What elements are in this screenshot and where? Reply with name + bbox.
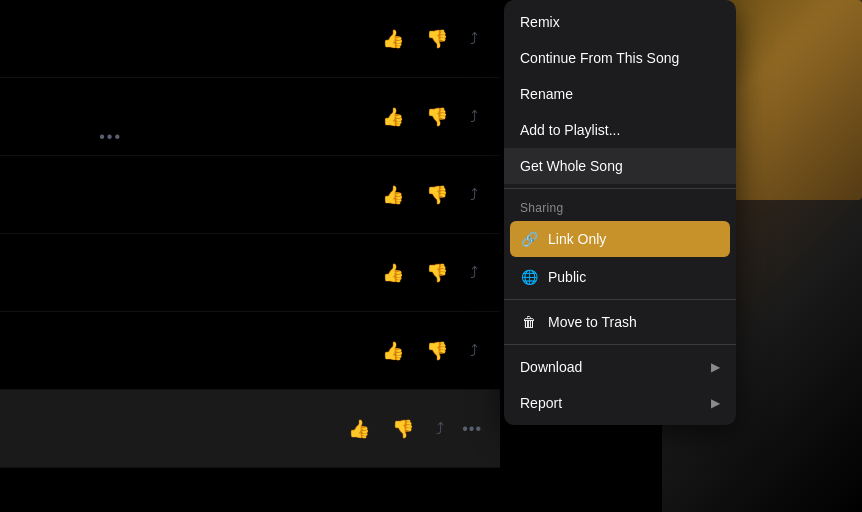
share-button[interactable]: ⤴ (432, 416, 448, 442)
menu-section-download-report: Download ▶ Report ▶ (504, 345, 736, 425)
like-button[interactable]: 👍 (344, 414, 374, 444)
action-row: 👍 👎 ⤴ (0, 156, 500, 234)
dislike-button[interactable]: 👎 (422, 336, 452, 366)
like-button[interactable]: 👍 (378, 336, 408, 366)
share-button[interactable]: ⤴ (466, 182, 482, 208)
menu-item-add-to-playlist[interactable]: Add to Playlist... (504, 112, 736, 148)
action-row: 👍 👎 ⤴ (0, 312, 500, 390)
menu-item-continue[interactable]: Continue From This Song (504, 40, 736, 76)
globe-icon: 🌐 (520, 269, 538, 285)
menu-item-get-whole-song[interactable]: Get Whole Song (504, 148, 736, 184)
public-label: Public (548, 269, 586, 285)
menu-item-link-only[interactable]: 🔗 Link Only (510, 221, 730, 257)
report-label: Report (520, 395, 562, 411)
dislike-button[interactable]: 👎 (422, 24, 452, 54)
report-arrow-icon: ▶ (711, 396, 720, 410)
trash-icon: 🗑 (520, 314, 538, 330)
link-only-label: Link Only (548, 231, 606, 247)
rename-label: Rename (520, 86, 573, 102)
sharing-label: Sharing (504, 193, 736, 219)
menu-item-public[interactable]: 🌐 Public (504, 259, 736, 295)
remix-label: Remix (520, 14, 560, 30)
menu-item-report[interactable]: Report ▶ (504, 385, 736, 421)
side-dots-indicator: ••• (99, 128, 122, 146)
like-button[interactable]: 👍 (378, 180, 408, 210)
share-button[interactable]: ⤴ (466, 260, 482, 286)
continue-label: Continue From This Song (520, 50, 679, 66)
menu-item-remix[interactable]: Remix (504, 4, 736, 40)
action-rows-container: 👍 👎 ⤴ 👍 👎 ⤴ 👍 👎 ⤴ 👍 👎 ⤴ 👍 👎 ⤴ 👍 👎 ⤴ ••• (0, 0, 500, 512)
action-row: 👍 👎 ⤴ (0, 0, 500, 78)
get-whole-song-label: Get Whole Song (520, 158, 623, 174)
menu-item-move-to-trash[interactable]: 🗑 Move to Trash (504, 304, 736, 340)
like-button[interactable]: 👍 (378, 258, 408, 288)
download-arrow-icon: ▶ (711, 360, 720, 374)
action-row: 👍 👎 ⤴ (0, 78, 500, 156)
dislike-button[interactable]: 👎 (422, 258, 452, 288)
context-menu: Remix Continue From This Song Rename Add… (504, 0, 736, 425)
share-button[interactable]: ⤴ (466, 26, 482, 52)
dislike-button[interactable]: 👎 (422, 102, 452, 132)
action-row-last: 👍 👎 ⤴ ••• (0, 390, 500, 468)
share-button[interactable]: ⤴ (466, 338, 482, 364)
menu-item-rename[interactable]: Rename (504, 76, 736, 112)
download-label: Download (520, 359, 582, 375)
add-to-playlist-label: Add to Playlist... (520, 122, 620, 138)
menu-section-bottom: 🗑 Move to Trash (504, 300, 736, 344)
dislike-button[interactable]: 👎 (422, 180, 452, 210)
menu-section-top: Remix Continue From This Song Rename Add… (504, 0, 736, 188)
menu-section-sharing: Sharing 🔗 Link Only 🌐 Public (504, 189, 736, 299)
share-button[interactable]: ⤴ (466, 104, 482, 130)
menu-item-download[interactable]: Download ▶ (504, 349, 736, 385)
dislike-button[interactable]: 👎 (388, 414, 418, 444)
action-row: 👍 👎 ⤴ (0, 234, 500, 312)
link-icon: 🔗 (520, 231, 538, 247)
more-options-button[interactable]: ••• (462, 420, 482, 438)
move-to-trash-label: Move to Trash (548, 314, 637, 330)
like-button[interactable]: 👍 (378, 24, 408, 54)
like-button[interactable]: 👍 (378, 102, 408, 132)
